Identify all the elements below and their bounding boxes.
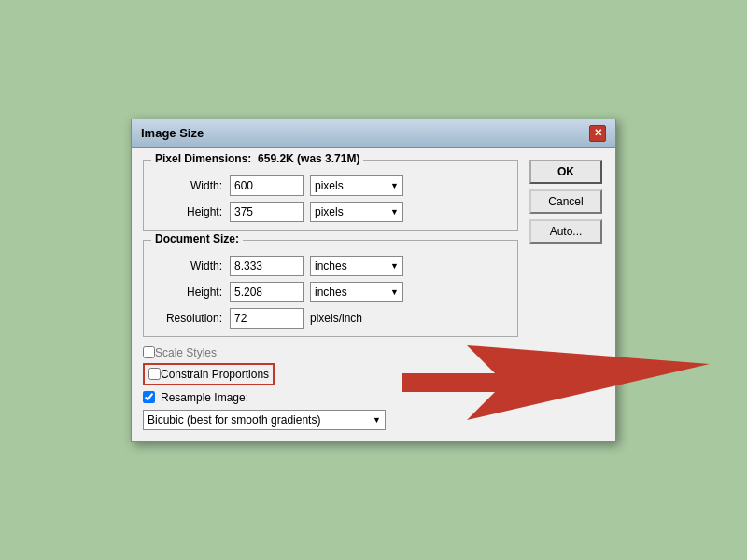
resample-select[interactable]: Bicubic (best for smooth gradients) ▼ (143, 410, 386, 430)
constrain-proportions-label: Constrain Proportions (161, 368, 269, 381)
close-button[interactable]: ✕ (589, 125, 606, 142)
doc-width-input[interactable] (230, 256, 304, 276)
doc-width-row: Width: inches ▼ (155, 256, 506, 276)
pixel-width-label: Width: (155, 179, 230, 192)
resolution-label: Resolution: (155, 312, 230, 325)
resample-row: Resample Image: (143, 389, 518, 406)
dropdown-arrow-3: ▼ (390, 261, 399, 271)
scale-styles-label: Scale Styles (155, 346, 217, 359)
doc-width-label: Width: (155, 259, 230, 273)
pixel-dimensions-group: Pixel Dimensions: 659.2K (was 3.71M) Wid… (143, 160, 518, 231)
constrain-container: Constrain Proportions (143, 363, 275, 389)
bottom-options: Scale Styles Constrain Proportions Resam… (143, 346, 518, 430)
cancel-button[interactable]: Cancel (529, 189, 602, 214)
pixel-height-row: Height: pixels ▼ (155, 202, 506, 222)
ok-button[interactable]: OK (529, 160, 602, 184)
pixel-width-input[interactable] (230, 175, 304, 196)
resample-label: Resample Image: (161, 391, 248, 404)
scale-styles-checkbox[interactable] (143, 346, 155, 358)
resolution-row: Resolution: pixels/inch (155, 308, 506, 329)
image-size-dialog: Image Size ✕ Pixel Dimensions: 659.2K (w… (131, 119, 616, 442)
doc-height-input[interactable] (230, 282, 304, 302)
resample-dropdown-arrow: ▼ (373, 415, 381, 425)
pixel-width-unit-select[interactable]: pixels ▼ (310, 175, 403, 196)
pixel-height-unit-box[interactable]: pixels ▼ (310, 202, 403, 222)
doc-width-unit-select[interactable]: inches ▼ (310, 256, 403, 276)
scale-styles-row: Scale Styles (143, 346, 518, 359)
dialog-left-panel: Pixel Dimensions: 659.2K (was 3.71M) Wid… (143, 160, 518, 430)
dropdown-arrow-4: ▼ (390, 287, 399, 297)
dropdown-arrow-2: ▼ (390, 207, 399, 217)
pixel-height-label: Height: (155, 205, 230, 218)
resample-checkbox[interactable] (143, 391, 155, 403)
constrain-proportions-checkbox[interactable] (148, 368, 161, 380)
title-bar: Image Size ✕ (132, 119, 615, 148)
document-size-group: Document Size: Width: inches ▼ Height: (143, 240, 518, 337)
dialog-right-panel: OK Cancel Auto... (529, 160, 604, 430)
pixel-dimensions-label: Pixel Dimensions: 659.2K (was 3.71M) (151, 152, 363, 165)
pixel-height-unit-select[interactable]: pixels ▼ (310, 202, 403, 222)
constrain-proportions-row: Constrain Proportions (143, 363, 275, 385)
dialog-title: Image Size (141, 126, 204, 140)
doc-height-unit-select[interactable]: inches ▼ (310, 282, 403, 302)
dropdown-arrow: ▼ (390, 181, 399, 190)
doc-height-unit-box[interactable]: inches ▼ (310, 282, 403, 302)
resolution-unit: pixels/inch (310, 312, 362, 325)
doc-height-label: Height: (155, 286, 230, 299)
resolution-input[interactable] (230, 308, 304, 329)
pixel-width-unit-box[interactable]: pixels ▼ (310, 175, 403, 196)
pixel-width-row: Width: pixels ▼ (155, 175, 506, 196)
auto-button[interactable]: Auto... (529, 219, 602, 244)
doc-height-row: Height: inches ▼ (155, 282, 506, 302)
pixel-height-input[interactable] (230, 202, 304, 222)
dialog-body: Pixel Dimensions: 659.2K (was 3.71M) Wid… (132, 148, 615, 441)
doc-width-unit-box[interactable]: inches ▼ (310, 256, 403, 276)
document-size-label: Document Size: (151, 232, 243, 245)
